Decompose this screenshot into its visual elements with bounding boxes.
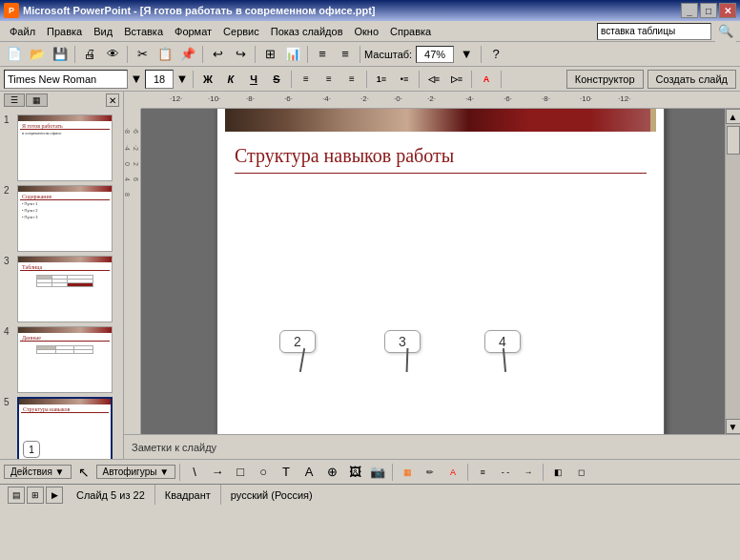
slide-sorter-button[interactable]: ⊞ [27,487,44,504]
insert-chart-button[interactable]: 📊 [282,44,303,65]
menu-help[interactable]: Справка [384,24,437,39]
menu-format[interactable]: Формат [169,24,217,39]
ruler-h-label-8: ·8· [542,94,550,103]
font-color-button[interactable]: A [476,70,497,89]
menu-insert[interactable]: Вставка [118,24,169,39]
slide-thumb-3[interactable]: 3 Таблица [4,256,119,322]
menu-search-input[interactable] [597,23,711,40]
paste-button[interactable]: 📌 [177,44,198,65]
panel-close-button[interactable]: ✕ [106,93,119,107]
shadow-button[interactable]: ◧ [547,462,568,483]
new-button[interactable]: 📄 [4,44,25,65]
arrow-style-button[interactable]: → [518,462,539,483]
underline-button[interactable]: Ч [243,70,264,89]
textbox-button[interactable]: T [276,462,297,483]
menu-edit[interactable]: Правка [41,24,88,39]
slide-thumb-2[interactable]: 2 Содержание • Пункт 1 • Пункт 2 • Пункт… [4,185,119,252]
align-right-button[interactable]: ≡ [341,70,362,89]
clipart-button[interactable]: 🖼 [344,462,365,483]
vertical-scrollbar[interactable]: ▲ ▼ [725,109,740,434]
bold-button[interactable]: Ж [197,70,218,89]
menu-slideshow[interactable]: Показ слайдов [265,24,349,39]
slides-tab[interactable]: ▦ [26,93,48,107]
arrow-button[interactable]: → [207,462,228,483]
minimize-button[interactable]: _ [681,3,698,18]
bul-list-button[interactable]: •≡ [394,70,415,89]
line-style-button[interactable]: ≡ [472,462,493,483]
3d-button[interactable]: ◻ [570,462,591,483]
close-button[interactable]: ✕ [719,3,736,18]
slide-thumb-4[interactable]: 4 Данные [4,326,119,393]
num-list-button[interactable]: 1≡ [371,70,392,89]
font-color-draw-button[interactable]: A [442,462,463,483]
maximize-button[interactable]: □ [700,3,717,18]
italic-button[interactable]: К [220,70,241,89]
slide-preview-3[interactable]: Таблица [17,256,113,322]
title-bar-left: P Microsoft PowerPoint - [Я готов работа… [4,3,376,18]
oval-button[interactable]: ○ [253,462,274,483]
menu-window[interactable]: Окно [349,24,385,39]
slide-thumb-5[interactable]: 5 Структура навыков 1 [4,397,119,459]
font-name-dropdown[interactable]: ▼ [130,69,143,90]
menu-search-area: 🔍 [597,21,736,42]
menu-file[interactable]: Файл [4,24,41,39]
font-size-input[interactable] [145,70,174,89]
slideshow-button[interactable]: ▶ [46,487,63,504]
actions-button[interactable]: Действия ▼ [4,465,72,479]
create-slide-button[interactable]: Создать слайд [648,70,736,89]
autoshapes-button[interactable]: Автофигуры ▼ [96,465,176,479]
ruler-h-label-neg6: ·6· [284,94,293,103]
scroll-down-button[interactable]: ▼ [726,419,741,434]
wordart-button[interactable]: A [298,462,319,483]
cursor-button[interactable]: ↖ [73,462,94,483]
open-button[interactable]: 📂 [27,44,48,65]
align-right-tb[interactable]: ≡ [335,44,356,65]
slide-thumb-1[interactable]: 1 Я готов работать в современном офисе [4,114,119,181]
strikethrough-button[interactable]: S [266,70,287,89]
slide-preview-4[interactable]: Данные [17,326,113,393]
rect-button[interactable]: □ [230,462,251,483]
line-color-button[interactable]: ✏ [420,462,441,483]
menu-view[interactable]: Вид [88,24,118,39]
decrease-indent-button[interactable]: ◁≡ [423,70,444,89]
slide-preview-1[interactable]: Я готов работать в современном офисе [17,114,113,181]
dash-style-button[interactable]: - - [495,462,516,483]
help-tb-button[interactable]: ? [485,44,506,65]
fill-color-button[interactable]: ▦ [397,462,418,483]
align-center-button[interactable]: ≡ [319,70,339,89]
print-button[interactable]: 🖨 [79,44,100,65]
konstruktor-button[interactable]: Конструктор [566,70,644,89]
align-left-tb[interactable]: ≡ [312,44,333,65]
scroll-track[interactable] [726,124,740,419]
slide-preview-5[interactable]: Структура навыков 1 [17,397,113,459]
ruler-h-label-4: ·4· [465,94,474,103]
align-left-button[interactable]: ≡ [296,70,317,89]
ruler-v-label-0: 0 [124,162,131,166]
line-button[interactable]: \ [184,462,205,483]
diagram-button[interactable]: ⊕ [321,462,342,483]
menu-search-button[interactable]: 🔍 [715,21,736,42]
redo-button[interactable]: ↪ [230,44,251,65]
copy-button[interactable]: 📋 [154,44,175,65]
draw-sep2 [392,464,393,481]
increase-indent-button[interactable]: ▷≡ [446,70,467,89]
scroll-up-button[interactable]: ▲ [726,109,741,124]
title-bar-buttons[interactable]: _ □ ✕ [681,3,736,18]
ruler-h-label-0: ·0· [394,94,402,103]
undo-button[interactable]: ↩ [207,44,228,65]
ruler-v-label-p4: 4 [124,177,131,181]
zoom-dropdown[interactable]: ▼ [456,44,477,65]
insert-table-button[interactable]: ⊞ [259,44,280,65]
font-size-dropdown[interactable]: ▼ [175,69,189,90]
preview-button[interactable]: 👁 [102,44,123,65]
outline-tab[interactable]: ☰ [4,93,25,107]
cut-button[interactable]: ✂ [132,44,153,65]
font-name-input[interactable] [4,70,128,89]
menu-service[interactable]: Сервис [217,24,265,39]
photo-button[interactable]: 📷 [367,462,388,483]
scroll-thumb[interactable] [727,126,740,155]
slide-preview-2[interactable]: Содержание • Пункт 1 • Пункт 2 • Пункт 3 [17,185,113,252]
zoom-input[interactable] [416,46,454,63]
save-button[interactable]: 💾 [50,44,71,65]
normal-view-button[interactable]: ▤ [8,487,25,504]
